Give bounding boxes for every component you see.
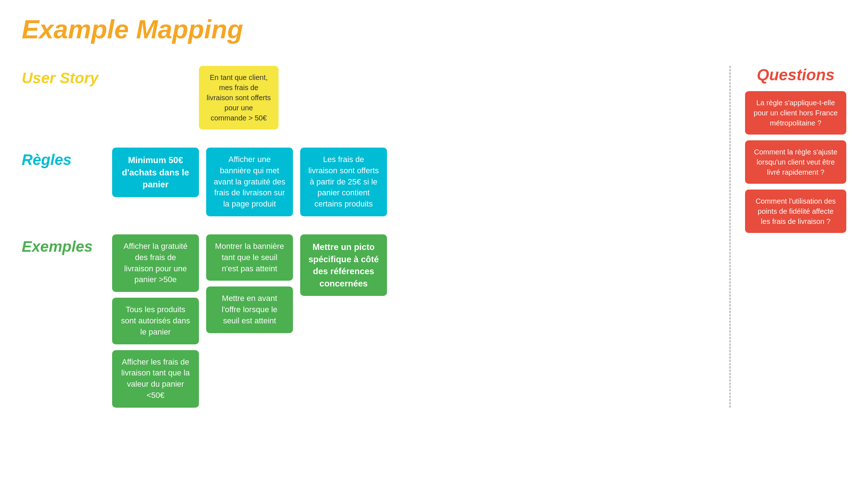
exemple-0-0: Afficher la gratuité des frais de livrai… [112,234,199,292]
questions-title: Questions [745,66,846,84]
user-story-row: User Story En tant que client, mes frais… [22,66,715,129]
question-2: Comment l'utilisation des points de fidé… [745,190,846,233]
exemple-0-1: Tous les produits sont autorisés dans le… [112,298,199,344]
exemple-1-0: Montrer la bannière tant que le seuil n'… [206,234,293,281]
exemples-cards: Afficher la gratuité des frais de livrai… [112,234,715,408]
user-story-card: En tant que client, mes frais de livrais… [199,66,278,129]
exemples-row: Exemples Afficher la gratuité des frais … [22,234,715,408]
page-title: Example Mapping [22,14,846,44]
regles-label: Règles [22,148,101,169]
exemple-1-1: Mettre en avant l'offre lorsque le seuil… [206,286,293,333]
page-container: Example Mapping User Story En tant que c… [0,0,868,422]
main-board: User Story En tant que client, mes frais… [22,66,715,408]
divider [729,66,731,408]
content-area: User Story En tant que client, mes frais… [22,66,846,408]
question-1: Comment la règle s'ajuste lorsqu'un clie… [745,140,846,184]
exemples-label: Exemples [22,234,101,255]
question-0: La règle s'applique-t-elle pour un clien… [745,91,846,135]
regle-card-1: Afficher une bannière qui met avant la g… [206,148,293,216]
exemples-col-0: Afficher la gratuité des frais de livrai… [112,234,199,408]
user-story-label: User Story [22,66,101,87]
exemples-col-2: Mettre un picto spécifique à côté des ré… [300,234,387,296]
exemple-2-0: Mettre un picto spécifique à côté des ré… [300,234,387,296]
regle-card-2: Les frais de livraison sont offerts à pa… [300,148,387,216]
questions-panel: Questions La règle s'applique-t-elle pou… [745,66,846,408]
regles-cards: Minimum 50€ d'achats dans le panier Affi… [112,148,715,216]
exemples-col-1: Montrer la bannière tant que le seuil n'… [206,234,293,333]
user-story-cards: En tant que client, mes frais de livrais… [112,66,715,129]
regles-row: Règles Minimum 50€ d'achats dans le pani… [22,148,715,216]
exemple-0-2: Afficher les frais de livraison tant que… [112,350,199,408]
regle-card-0: Minimum 50€ d'achats dans le panier [112,148,199,197]
